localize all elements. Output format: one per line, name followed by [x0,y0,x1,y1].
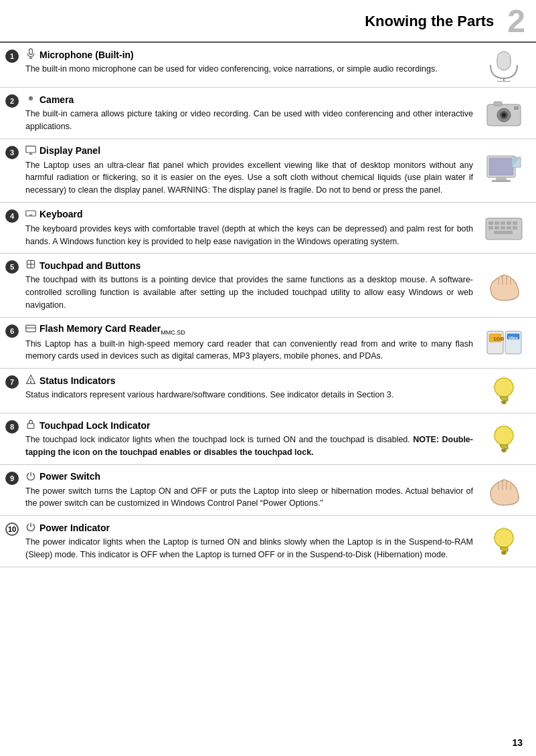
item-number-7: 7 [5,374,23,407]
item-content-1: Microphone (Built-in)The built-in mono m… [23,48,473,82]
item-title-text: Power Indicator [39,523,110,533]
power-icon [25,470,36,483]
item-description: This Laptop has a built-in high-speed me… [25,338,473,363]
svg-point-53 [495,378,513,397]
svg-rect-12 [494,102,502,106]
circle-number: 5 [5,260,19,274]
circle-number: 4 [5,209,19,223]
item-description: The touchpad with its buttons is a point… [25,274,473,311]
circle-number: 6 [5,324,19,338]
item-title-row: Touchpad Lock Indicator [25,419,473,432]
item-title-row: Keyboard [25,208,473,221]
card-icon [25,323,36,336]
touchpad-icon [25,259,36,272]
item-number-2: 2 [5,93,23,133]
item-title-text: Power Switch [39,471,100,482]
item-title-row: Camera [25,93,473,106]
svg-line-67 [511,428,512,429]
list-item: 9Power SwitchThe power switch turns the … [0,465,536,516]
item-title-row: Display Panel [25,145,473,157]
svg-rect-35 [495,226,499,229]
list-item: 8Touchpad Lock IndicatorThe touchpad loc… [0,413,536,465]
item-description: Status indicators represent various hard… [25,389,473,401]
item-number-8: 8 [5,419,23,459]
chapter-number: 2 [507,5,525,37]
item-description: The Laptop uses an ultra-clear flat pane… [25,159,473,197]
svg-rect-13 [514,106,519,110]
item-image-display [480,145,528,197]
svg-rect-39 [494,231,513,234]
item-title-text: Keyboard [39,209,83,219]
svg-rect-30 [495,221,499,225]
power2-icon [25,521,36,534]
item-content-9: Power SwitchThe power switch turns the L… [23,470,473,510]
item-title-text: Microphone (Built-in) [39,50,134,60]
svg-line-66 [496,428,497,429]
item-description: The touchpad lock indicator lights when … [25,434,473,459]
svg-rect-61 [27,423,34,428]
item-content-7: Status IndicatorsStatus indicators repre… [23,374,473,407]
svg-rect-38 [513,226,517,229]
svg-rect-54 [501,401,507,403]
item-title-row: Microphone (Built-in) [25,48,473,61]
item-content-4: KeyboardThe keyboard provides keys with … [23,208,473,248]
item-content-2: CameraThe built-in camera allows picture… [23,93,473,133]
svg-rect-0 [29,49,33,55]
item-image-hand [480,259,528,311]
svg-rect-71 [501,551,507,553]
list-item: 10Power IndicatorThe power indicator lig… [0,516,536,567]
item-image-cards: 1GB Ultra [480,323,528,363]
page-number: 13 [512,737,523,748]
svg-rect-19 [496,177,507,180]
item-title-text: Flash Memory Card ReaderMMC.SD [39,323,185,336]
item-title-text: Display Panel [39,145,100,156]
display-icon [25,145,36,157]
svg-rect-31 [501,221,505,225]
item-number-9: 9 [5,470,23,510]
item-content-10: Power IndicatorThe power indicator light… [23,521,473,561]
item-content-3: Display PanelThe Laptop uses an ultra-cl… [23,145,473,197]
svg-rect-37 [507,226,511,229]
svg-rect-18 [489,158,513,175]
svg-rect-55 [502,403,506,404]
svg-rect-33 [513,221,517,225]
list-item: 7Status IndicatorsStatus indicators repr… [0,369,536,413]
item-number-4: 4 [5,208,23,248]
item-title-row: Touchpad and Buttons [25,259,473,272]
item-title-row: Flash Memory Card ReaderMMC.SD [25,323,473,336]
list-item: 6Flash Memory Card ReaderMMC.SDThis Lapt… [0,318,536,369]
circle-number: 10 [5,523,19,536]
svg-text:Ultra: Ultra [509,336,518,340]
item-image-microphone [480,48,528,82]
item-title-row: Power Indicator [25,521,473,534]
circle-number: 8 [5,420,19,434]
mic-icon [25,48,36,61]
circle-number: 9 [5,472,19,485]
list-item: 4KeyboardThe keyboard provides keys with… [0,203,536,254]
svg-rect-36 [501,226,505,229]
item-number-5: 5 [5,259,23,311]
list-item: 3Display PanelThe Laptop uses an ultra-c… [0,139,536,203]
item-title-row: Status Indicators [25,374,473,387]
svg-point-52 [30,381,31,382]
svg-rect-34 [488,226,493,229]
page-title: Knowing the Parts [365,13,494,30]
item-description: The power switch turns the Laptop ON and… [25,485,473,510]
item-image-lightbulb [480,374,528,407]
svg-rect-72 [502,553,506,555]
item-number-10: 10 [5,521,23,561]
items-container: 1Microphone (Built-in)The built-in mono … [0,43,536,567]
svg-point-7 [30,98,31,99]
item-title-row: Power Switch [25,470,473,483]
item-content-8: Touchpad Lock IndicatorThe touchpad lock… [23,419,473,459]
item-image-lightbulb3 [480,521,528,561]
svg-point-62 [495,426,513,445]
bold-note: NOTE: Double-tapping the icon on the tou… [25,435,473,457]
svg-rect-63 [501,449,507,451]
item-title-text: Touchpad Lock Indicator [39,420,150,431]
item-description: The power indicator lights when the Lapt… [25,536,473,561]
circle-number: 2 [5,94,19,108]
svg-line-74 [496,530,497,531]
circle-number: 3 [5,146,19,159]
item-description: The keyboard provides keys with comforta… [25,223,473,248]
